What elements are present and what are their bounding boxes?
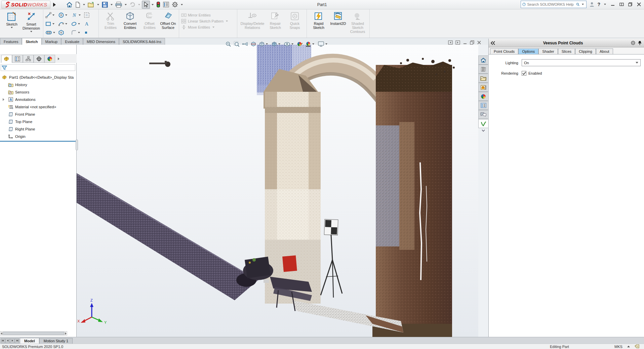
search-input[interactable] (527, 2, 575, 6)
fillet-tool[interactable] (71, 30, 84, 36)
collapse-pane-icon[interactable] (491, 41, 495, 45)
tree-item-origin[interactable]: Origin (0, 133, 77, 140)
convert-entities-button[interactable]: Convert Entities (120, 11, 140, 30)
veesus-tab-point-clouds[interactable]: Point Clouds (490, 48, 518, 54)
select-tool-dropdown[interactable] (152, 4, 154, 5)
undo-dropdown[interactable] (138, 4, 140, 5)
panel-splitter-handle[interactable] (76, 140, 78, 150)
offset-entities-button[interactable]: Offset Entities (140, 11, 159, 30)
new-document-button[interactable] (74, 1, 81, 9)
options-gear-button[interactable] (171, 1, 179, 9)
rectangle-tool-dropdown[interactable] (52, 23, 54, 25)
pin-pane-icon[interactable] (638, 41, 642, 45)
expand-arrow-icon[interactable] (3, 98, 4, 101)
rebuild-button[interactable] (155, 1, 161, 9)
tree-item-right-plane[interactable]: Right Plane (0, 125, 77, 133)
logo-flyout-arrow[interactable] (53, 3, 56, 7)
rollback-bar[interactable] (0, 141, 76, 142)
tag-status-icon[interactable] (635, 344, 640, 349)
help-menu[interactable]: ? (597, 2, 600, 7)
minimize-button[interactable] (610, 1, 616, 7)
design-library-tab[interactable] (478, 65, 488, 74)
instant2d-button[interactable]: Instant2D (328, 11, 348, 26)
previous-view-button[interactable] (241, 41, 249, 47)
options-dropdown[interactable] (181, 4, 183, 5)
scroll-right-icon[interactable] (65, 332, 67, 335)
linear-pattern-dropdown[interactable] (226, 21, 228, 22)
solidworks-logo[interactable]: SOLIDWORKS (1, 1, 50, 9)
display-style-dropdown[interactable] (278, 43, 280, 45)
solidworks-resources-tab[interactable] (478, 55, 488, 65)
help-search-box[interactable]: ? (521, 1, 587, 8)
view-settings-button[interactable] (317, 41, 329, 47)
user-account-icon[interactable] (589, 2, 595, 7)
sketch-dropdown[interactable] (11, 27, 13, 28)
hide-show-dropdown[interactable] (291, 43, 293, 45)
next-tab-icon[interactable] (10, 338, 14, 343)
document-close-icon[interactable] (477, 40, 481, 45)
linear-sketch-pattern-button[interactable]: Linear Sketch Pattern (181, 19, 235, 24)
fillet-tool-dropdown[interactable] (78, 32, 80, 33)
veesus-tab-shader[interactable]: Shader (538, 48, 558, 54)
window-previous-icon[interactable] (448, 40, 453, 45)
tree-item-annotations[interactable]: A Annotations (0, 96, 77, 103)
rendering-enabled-checkbox[interactable] (522, 71, 526, 76)
slot-tool-dropdown[interactable] (53, 32, 55, 33)
line-tool[interactable] (45, 12, 58, 18)
tree-item-top-plane[interactable]: Top Plane (0, 118, 77, 125)
display-manager-tab[interactable] (44, 55, 55, 63)
tree-item-front-plane[interactable]: Front Plane (0, 111, 77, 118)
featuremanager-tree-tab[interactable] (1, 55, 12, 63)
custom-properties-tab[interactable] (478, 101, 488, 110)
arc-tool-dropdown[interactable] (65, 23, 67, 25)
last-tab-icon[interactable] (15, 338, 19, 343)
polygon-tool[interactable] (58, 30, 71, 36)
circle-tool-dropdown[interactable] (65, 14, 67, 16)
smart-dimension-dropdown[interactable] (30, 31, 32, 32)
tab-sketch[interactable]: Sketch (22, 38, 41, 45)
shaded-sketch-contours-button[interactable]: Shaded Sketch Contours (348, 11, 367, 34)
offset-on-surface-button[interactable]: Offset On Surface (159, 11, 177, 30)
veesus-tab-slices[interactable]: Slices (558, 48, 575, 54)
apply-scene-dropdown[interactable] (312, 43, 314, 45)
tree-filter-field[interactable] (1, 64, 75, 71)
veesus-point-clouds-tab[interactable] (478, 119, 488, 128)
move-entities-button[interactable]: Move Entities (181, 25, 235, 30)
window-next-icon[interactable] (455, 40, 460, 45)
tree-root-part[interactable]: Part1 (Default<<Default>_Display Sta (0, 74, 77, 81)
zoom-to-area-button[interactable] (233, 41, 240, 47)
restore-button[interactable] (627, 1, 633, 7)
text-tool[interactable]: A (84, 21, 96, 27)
lighting-select[interactable]: On (522, 59, 641, 66)
sketch-button[interactable]: Sketch (2, 11, 22, 28)
tab-markup[interactable]: Markup (42, 38, 62, 45)
tree-tabs-overflow[interactable] (55, 55, 62, 63)
file-explorer-tab[interactable] (478, 74, 488, 83)
document-minimize-icon[interactable] (463, 40, 467, 45)
undo-button[interactable] (128, 1, 136, 9)
display-style-button[interactable] (271, 41, 282, 47)
veesus-tab-about[interactable]: About (596, 48, 613, 54)
line-tool-dropdown[interactable] (52, 14, 54, 16)
property-manager-tab[interactable] (12, 55, 23, 63)
zoom-to-fit-button[interactable] (225, 41, 232, 47)
print-dropdown[interactable] (125, 4, 127, 5)
home-button[interactable] (65, 1, 74, 9)
view-settings-dropdown[interactable] (325, 43, 327, 45)
save-dropdown[interactable] (111, 4, 113, 5)
sketch-picture-tool[interactable] (84, 12, 96, 18)
move-entities-dropdown[interactable] (212, 27, 214, 28)
pane-options-gear-icon[interactable] (631, 40, 636, 45)
help-dropdown[interactable] (604, 4, 606, 5)
motion-study-tab[interactable]: Motion Study 1 (39, 338, 73, 344)
task-pane-collapse-chevron[interactable] (478, 128, 488, 133)
ellipse-tool[interactable] (71, 21, 84, 27)
scroll-left-icon[interactable] (1, 332, 2, 335)
circle-tool[interactable] (58, 12, 71, 18)
select-tool-button[interactable] (142, 1, 150, 9)
tree-item-material[interactable]: Material <not specified> (0, 103, 77, 111)
section-view-button[interactable] (250, 41, 257, 47)
spline-tool[interactable]: N (71, 12, 84, 18)
graphics-viewport[interactable]: Z X Y (77, 45, 478, 337)
open-button[interactable] (87, 1, 95, 9)
